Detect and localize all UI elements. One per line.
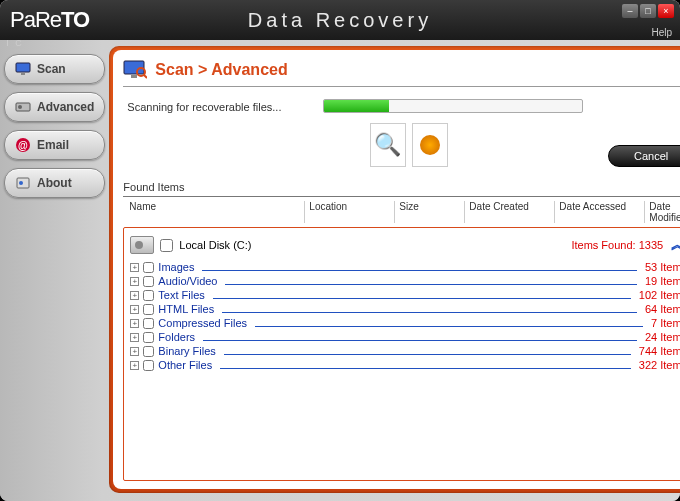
monitor-icon <box>123 60 147 80</box>
category-row: +Audio/Video19 Items <box>130 274 680 288</box>
leader-line <box>224 348 631 355</box>
expand-icon[interactable]: + <box>130 361 139 370</box>
category-label[interactable]: Compressed Files <box>158 317 247 329</box>
drive-checkbox[interactable] <box>160 239 173 252</box>
category-label[interactable]: Images <box>158 261 194 273</box>
category-count: 322 Items <box>639 359 680 371</box>
logo-text-b: TO <box>61 7 89 32</box>
category-row: +Other Files322 Items <box>130 358 680 372</box>
sidebar-item-email[interactable]: @ Email <box>4 130 105 160</box>
logo-subtext: L O G I C <box>0 38 24 48</box>
category-checkbox[interactable] <box>143 290 154 301</box>
email-icon: @ <box>15 137 31 153</box>
expand-icon[interactable]: + <box>130 263 139 272</box>
col-location[interactable]: Location <box>305 201 395 223</box>
collapse-icon[interactable]: ︽ <box>671 236 680 254</box>
progress-fill <box>324 100 389 112</box>
cancel-label: Cancel <box>634 150 668 162</box>
app-window: PaReTO L O G I C Data Recovery – □ × Hel… <box>0 0 680 501</box>
expand-icon[interactable]: + <box>130 333 139 342</box>
category-count: 24 Items <box>645 331 680 343</box>
category-checkbox[interactable] <box>143 318 154 329</box>
category-count: 744 Items <box>639 345 680 357</box>
category-row: +Images53 Items <box>130 260 680 274</box>
body: Scan Advanced @ Email About Scan > Advan… <box>0 40 680 501</box>
svg-point-7 <box>19 181 23 185</box>
category-checkbox[interactable] <box>143 262 154 273</box>
svg-rect-0 <box>16 63 30 72</box>
sidebar: Scan Advanced @ Email About <box>0 40 109 501</box>
svg-line-11 <box>144 75 147 78</box>
hdd-icon <box>130 236 154 254</box>
breadcrumb-row: Scan > Advanced <box>123 58 680 86</box>
category-checkbox[interactable] <box>143 332 154 343</box>
logo-text-a: PaRe <box>10 7 61 32</box>
category-row: +Binary Files744 Items <box>130 344 680 358</box>
app-title: Data Recovery <box>248 9 432 32</box>
drive-name[interactable]: Local Disk (C:) <box>179 239 251 251</box>
sidebar-item-about[interactable]: About <box>4 168 105 198</box>
category-label[interactable]: Binary Files <box>158 345 215 357</box>
svg-point-3 <box>18 105 22 109</box>
col-name[interactable]: Name <box>125 201 305 223</box>
sidebar-item-advanced[interactable]: Advanced <box>4 92 105 122</box>
expand-icon[interactable]: + <box>130 277 139 286</box>
category-count: 102 Items <box>639 289 680 301</box>
category-label[interactable]: Audio/Video <box>158 275 217 287</box>
help-link[interactable]: Help <box>651 27 672 38</box>
category-count: 19 Items <box>645 275 680 287</box>
window-controls: – □ × <box>622 4 674 18</box>
sidebar-item-label: Email <box>37 138 69 152</box>
close-button[interactable]: × <box>658 4 674 18</box>
leader-line <box>222 306 637 313</box>
col-date-created[interactable]: Date Created <box>465 201 555 223</box>
scan-preview-settings[interactable] <box>412 123 448 167</box>
category-list: +Images53 Items+Audio/Video19 Items+Text… <box>130 260 680 372</box>
expand-icon[interactable]: + <box>130 347 139 356</box>
category-checkbox[interactable] <box>143 346 154 357</box>
col-size[interactable]: Size <box>395 201 465 223</box>
results-pane: Local Disk (C:) Items Found: 1335 ︽ +Ima… <box>123 227 680 481</box>
category-row: +Text Files102 Items <box>130 288 680 302</box>
category-checkbox[interactable] <box>143 276 154 287</box>
expand-icon[interactable]: + <box>130 319 139 328</box>
category-checkbox[interactable] <box>143 304 154 315</box>
sidebar-item-label: About <box>37 176 72 190</box>
scan-area: Scanning for recoverable files... 🔍 Canc… <box>123 86 680 175</box>
gear-icon <box>420 135 440 155</box>
minimize-button[interactable]: – <box>622 4 638 18</box>
col-date-modified[interactable]: Date Modified <box>645 201 680 223</box>
titlebar: PaReTO L O G I C Data Recovery – □ × Hel… <box>0 0 680 40</box>
sidebar-item-label: Advanced <box>37 100 94 114</box>
category-row: +HTML Files64 Items <box>130 302 680 316</box>
brand-logo: PaReTO L O G I C <box>10 7 89 33</box>
leader-line <box>202 264 637 271</box>
expand-icon[interactable]: + <box>130 305 139 314</box>
items-found-count: Items Found: 1335 <box>571 239 663 251</box>
category-label[interactable]: Text Files <box>158 289 204 301</box>
drive-row: Local Disk (C:) Items Found: 1335 ︽ <box>130 234 680 260</box>
leader-line <box>220 362 631 369</box>
expand-icon[interactable]: + <box>130 291 139 300</box>
category-count: 7 Items <box>651 317 680 329</box>
category-label[interactable]: Other Files <box>158 359 212 371</box>
cancel-button[interactable]: Cancel <box>608 145 680 167</box>
col-date-accessed[interactable]: Date Accessed <box>555 201 645 223</box>
breadcrumb: Scan > Advanced <box>155 61 287 79</box>
progress-bar <box>323 99 583 113</box>
monitor-icon <box>15 61 31 77</box>
leader-line <box>203 334 637 341</box>
category-checkbox[interactable] <box>143 360 154 371</box>
leader-line <box>255 320 643 327</box>
info-icon <box>15 175 31 191</box>
svg-rect-9 <box>131 75 137 78</box>
svg-text:@: @ <box>18 140 28 151</box>
maximize-button[interactable]: □ <box>640 4 656 18</box>
scan-icons: 🔍 <box>127 123 680 167</box>
category-label[interactable]: HTML Files <box>158 303 214 315</box>
sidebar-item-scan[interactable]: Scan <box>4 54 105 84</box>
table-header: Name Location Size Date Created Date Acc… <box>123 197 680 227</box>
scan-preview-search[interactable]: 🔍 <box>370 123 406 167</box>
magnifier-icon: 🔍 <box>374 132 401 158</box>
category-label[interactable]: Folders <box>158 331 195 343</box>
